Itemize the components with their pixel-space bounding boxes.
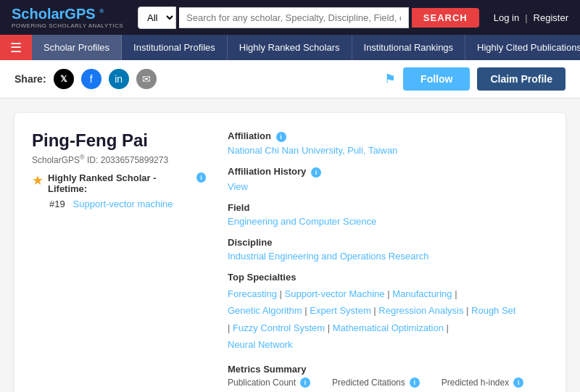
rank-specialty-link[interactable]: Support-vector machine bbox=[73, 199, 173, 209]
follow-button[interactable]: Follow bbox=[403, 67, 470, 91]
profile-right: Affiliation i National Chi Nan Universit… bbox=[228, 130, 548, 392]
badge-info-icon[interactable]: i bbox=[196, 172, 206, 183]
login-link[interactable]: Log in bbox=[494, 12, 519, 23]
affiliation-value[interactable]: National Chi Nan University, Puli, Taiwa… bbox=[228, 145, 548, 156]
scholar-badge: ★ Highly Ranked Scholar - Lifetime: i bbox=[32, 172, 206, 194]
specialty-manufacturing[interactable]: Manufacturing bbox=[392, 288, 452, 299]
claim-profile-button[interactable]: Claim Profile bbox=[477, 67, 566, 91]
pub-count-info-icon[interactable]: i bbox=[300, 378, 310, 388]
specialties-list: Forecasting | Support-vector Machine | M… bbox=[228, 285, 548, 354]
publication-count-block: Publication Count i 95 bbox=[228, 378, 310, 392]
star-icon: ★ bbox=[32, 172, 44, 188]
affiliation-label: Affiliation i bbox=[228, 130, 548, 142]
search-filter[interactable]: All bbox=[138, 7, 176, 29]
specialty-regression[interactable]: Regression Analysis bbox=[378, 305, 463, 316]
specialty-forecasting[interactable]: Forecasting bbox=[228, 288, 277, 299]
scholar-gps-label: ScholarGPS bbox=[32, 155, 80, 165]
auth-divider: | bbox=[525, 12, 527, 23]
logo-brand: Scholar bbox=[12, 6, 65, 22]
linkedin-share-button[interactable]: in bbox=[109, 69, 129, 89]
specialty-rough-set[interactable]: Rough Set bbox=[471, 305, 515, 316]
register-link[interactable]: Register bbox=[534, 12, 568, 23]
rank-row: #19 Support-vector machine bbox=[32, 199, 206, 209]
logo-text: ScholarGPS ® bbox=[12, 6, 123, 22]
nav-item-institutional-rankings[interactable]: Institutional Rankings bbox=[352, 35, 466, 60]
predicted-hindex-label: Predicted h-index i bbox=[442, 378, 523, 388]
email-share-button[interactable]: ✉ bbox=[136, 69, 157, 89]
id-value: 20336575899273 bbox=[101, 155, 168, 165]
affiliation-history-view-link[interactable]: View bbox=[228, 181, 248, 192]
affiliation-history-label: Affiliation History i bbox=[228, 166, 548, 178]
logo-accent: GPS bbox=[65, 6, 95, 22]
profile-name: Ping-Feng Pai bbox=[32, 130, 206, 151]
discipline-label: Discipline bbox=[228, 237, 548, 248]
metrics-label: Metrics Summary bbox=[228, 364, 548, 375]
predicted-hindex-block: Predicted h-index i 33 bbox=[442, 378, 523, 392]
nav-item-highly-ranked-scholars[interactable]: Highly Ranked Scholars bbox=[228, 35, 352, 60]
specialty-genetic[interactable]: Genetic Algorithm bbox=[228, 305, 302, 316]
share-right: ⚑ Follow Claim Profile bbox=[384, 67, 566, 91]
search-input[interactable] bbox=[179, 7, 409, 28]
affiliation-history-section: Affiliation History i View bbox=[228, 166, 548, 192]
predicted-citations-block: Predicted Citations i 5,061 bbox=[332, 378, 420, 392]
search-area: All SEARCH bbox=[138, 7, 479, 29]
specialty-math-opt[interactable]: Mathematical Optimization bbox=[333, 322, 444, 333]
predicted-citations-value: 5,061 bbox=[332, 389, 420, 392]
flag-button[interactable]: ⚑ bbox=[384, 71, 396, 87]
auth-area: Log in | Register bbox=[494, 12, 568, 23]
specialty-fuzzy[interactable]: Fuzzy Control System bbox=[233, 322, 325, 333]
publication-count-label: Publication Count i bbox=[228, 378, 310, 388]
rank-number: #19 bbox=[49, 199, 65, 209]
profile-card: Ping-Feng Pai ScholarGPS® ID: 2033657589… bbox=[14, 113, 566, 392]
main-content: Ping-Feng Pai ScholarGPS® ID: 2033657589… bbox=[0, 99, 580, 392]
header: ScholarGPS ® POWERING SCHOLARLY ANALYTIC… bbox=[0, 0, 580, 35]
publication-count-value: 95 bbox=[228, 389, 310, 392]
x-share-button[interactable]: 𝕏 bbox=[54, 69, 74, 89]
specialties-label: Top Specialties bbox=[228, 272, 548, 283]
profile-id: ScholarGPS® ID: 20336575899273 bbox=[32, 154, 206, 165]
nav-item-highly-cited-publications[interactable]: Highly Cited Publications bbox=[465, 35, 580, 60]
discipline-value[interactable]: Industrial Engineering and Operations Re… bbox=[228, 251, 548, 262]
field-label: Field bbox=[228, 202, 548, 213]
nav-item-scholar-profiles[interactable]: Scholar Profiles bbox=[32, 35, 122, 60]
share-label: Share: bbox=[14, 73, 46, 85]
specialty-neural[interactable]: Neural Network bbox=[228, 339, 293, 350]
logo-area: ScholarGPS ® POWERING SCHOLARLY ANALYTIC… bbox=[12, 6, 123, 29]
nav-bar: ☰ Scholar Profiles Institutional Profile… bbox=[0, 35, 580, 60]
affiliation-history-info-icon[interactable]: i bbox=[311, 167, 321, 178]
metrics-section: Metrics Summary Publication Count i 95 P… bbox=[228, 364, 548, 392]
logo-tagline: POWERING SCHOLARLY ANALYTICS bbox=[12, 22, 123, 29]
pred-hindex-info-icon[interactable]: i bbox=[513, 378, 523, 388]
affiliation-section: Affiliation i National Chi Nan Universit… bbox=[228, 130, 548, 156]
pred-citations-info-icon[interactable]: i bbox=[410, 378, 420, 388]
specialty-svm[interactable]: Support-vector Machine bbox=[285, 288, 385, 299]
metrics-grid: Publication Count i 95 Predicted Citatio… bbox=[228, 378, 548, 392]
share-left: Share: 𝕏 f in ✉ bbox=[14, 69, 157, 89]
field-section: Field Engineering and Computer Science bbox=[228, 202, 548, 227]
id-label: ID: bbox=[87, 155, 98, 165]
discipline-section: Discipline Industrial Engineering and Op… bbox=[228, 237, 548, 262]
profile-left: Ping-Feng Pai ScholarGPS® ID: 2033657589… bbox=[32, 130, 206, 392]
specialty-expert[interactable]: Expert System bbox=[310, 305, 371, 316]
affiliation-info-icon[interactable]: i bbox=[276, 132, 286, 142]
share-bar: Share: 𝕏 f in ✉ ⚑ Follow Claim Profile bbox=[0, 60, 580, 99]
specialties-section: Top Specialties Forecasting | Support-ve… bbox=[228, 272, 548, 354]
nav-item-institutional-profiles[interactable]: Institutional Profiles bbox=[122, 35, 228, 60]
hamburger-icon: ☰ bbox=[10, 40, 22, 56]
predicted-citations-label: Predicted Citations i bbox=[332, 378, 420, 388]
predicted-hindex-value: 33 bbox=[442, 389, 523, 392]
badge-text: Highly Ranked Scholar - Lifetime: bbox=[48, 172, 190, 194]
field-value[interactable]: Engineering and Computer Science bbox=[228, 216, 548, 227]
hamburger-button[interactable]: ☰ bbox=[0, 35, 32, 60]
search-button[interactable]: SEARCH bbox=[412, 8, 479, 28]
facebook-share-button[interactable]: f bbox=[81, 69, 102, 89]
